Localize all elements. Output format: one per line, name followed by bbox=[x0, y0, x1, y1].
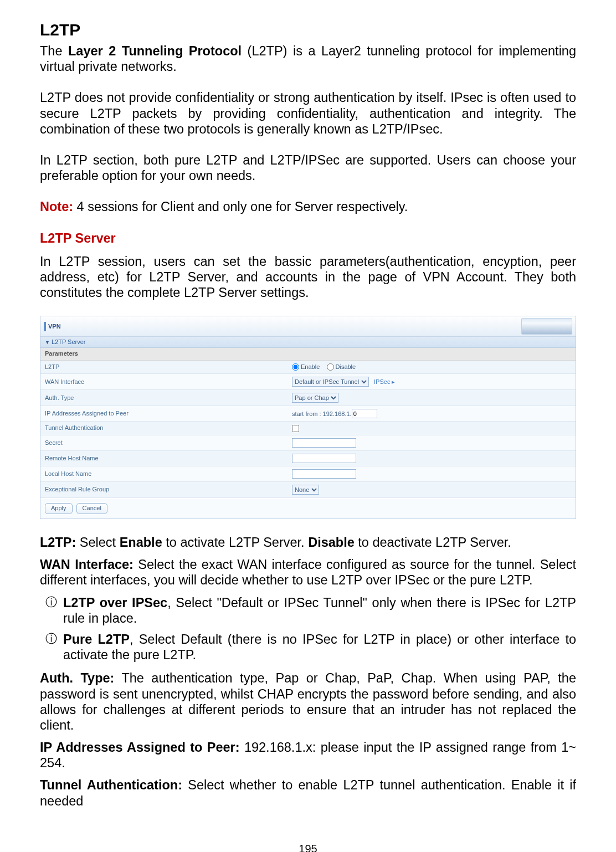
secret-field-label: Secret bbox=[40, 435, 288, 450]
tunnel-field-label: Tunnel Authentication bbox=[40, 422, 288, 435]
auth-type-select[interactable]: Pap or Chap bbox=[292, 393, 338, 403]
li2-label: Pure L2TP bbox=[63, 632, 130, 646]
local-host-input[interactable] bbox=[292, 469, 356, 479]
note-paragraph: Note: 4 sessions for Client and only one… bbox=[40, 199, 576, 214]
enable-text: Enable bbox=[301, 363, 320, 370]
intro-paragraph: The Layer 2 Tunneling Protocol (L2TP) is… bbox=[40, 43, 576, 74]
secret-field-value bbox=[288, 435, 576, 450]
startfrom-text: start from : 192.168.1. bbox=[292, 410, 352, 417]
l2tp-desc-t3: to deactivate L2TP Server. bbox=[355, 535, 511, 550]
wan-field-value: Default or IPSec Tunnel IPSec ▸ bbox=[288, 374, 576, 390]
chevron-down-icon: ▼ bbox=[45, 340, 50, 345]
page-title: L2TP bbox=[40, 20, 576, 40]
paragraph-2: L2TP does not provide confidentiality or… bbox=[40, 90, 576, 137]
disable-text: Disable bbox=[336, 363, 356, 370]
l2tp-disable-radio[interactable] bbox=[327, 363, 334, 371]
note-label: Note: bbox=[40, 199, 73, 214]
l2tp-field-label: L2TP bbox=[40, 361, 288, 374]
intro-pre: The bbox=[40, 44, 68, 58]
wan-interface-select[interactable]: Default or IPSec Tunnel bbox=[292, 377, 369, 387]
vpn-label: VPN bbox=[44, 322, 63, 331]
tunnel-desc-label: Tunnel Authentication: bbox=[40, 778, 182, 792]
apply-button[interactable]: Apply bbox=[45, 503, 73, 514]
local-field-value bbox=[288, 466, 576, 481]
device-thumbnail bbox=[521, 318, 572, 335]
auth-field-label: Auth. Type bbox=[40, 390, 288, 406]
cancel-button[interactable]: Cancel bbox=[76, 503, 107, 514]
l2tp-desc-t1: Select bbox=[76, 535, 119, 550]
li1-label: L2TP over IPSec bbox=[63, 596, 167, 610]
note-text: 4 sessions for Client and only one for S… bbox=[73, 199, 408, 214]
wan-options-list: L2TP over IPSec, Select "Default or IPSe… bbox=[40, 595, 576, 663]
secret-input[interactable] bbox=[292, 438, 356, 448]
li2-text: , Select Default (there is no IPSec for … bbox=[63, 632, 576, 662]
paragraph-3: In L2TP section, both pure L2TP and L2TP… bbox=[40, 152, 576, 183]
except-field-value: None bbox=[288, 481, 576, 497]
remote-field-value bbox=[288, 450, 576, 466]
exceptional-rule-select[interactable]: None bbox=[292, 485, 319, 495]
list-item: Pure L2TP, Select Default (there is no I… bbox=[40, 632, 576, 663]
local-field-label: Local Host Name bbox=[40, 466, 288, 481]
l2tp-desc-enable: Enable bbox=[120, 535, 162, 550]
ip-description: IP Addresses Assigned to Peer: 192.168.1… bbox=[40, 740, 576, 771]
ipassign-field-label: IP Addresses Assigned to Peer bbox=[40, 406, 288, 422]
ipassign-field-value: start from : 192.168.1. bbox=[288, 406, 576, 422]
l2tp-desc-label: L2TP: bbox=[40, 535, 76, 550]
tunnel-auth-checkbox[interactable] bbox=[292, 425, 299, 432]
list-item: L2TP over IPSec, Select "Default or IPSe… bbox=[40, 595, 576, 626]
wan-desc-label: WAN Interface: bbox=[40, 557, 134, 572]
l2tp-desc-t2: to activate L2TP Server. bbox=[162, 535, 308, 550]
wan-field-label: WAN Interface bbox=[40, 374, 288, 390]
section-tab-label: L2TP Server bbox=[52, 338, 86, 345]
l2tp-server-heading: L2TP Server bbox=[40, 230, 576, 246]
auth-description: Auth. Type: The authentication type, Pap… bbox=[40, 670, 576, 733]
tunnel-field-value bbox=[288, 422, 576, 435]
config-screenshot: VPN ▼L2TP Server Parameters L2TP Enable … bbox=[40, 316, 576, 519]
l2tp-field-value: Enable Disable bbox=[288, 361, 576, 374]
remote-field-label: Remote Host Name bbox=[40, 450, 288, 466]
remote-host-input[interactable] bbox=[292, 454, 356, 463]
ip-desc-label: IP Addresses Assigned to Peer: bbox=[40, 740, 240, 755]
ipsec-link[interactable]: IPSec ▸ bbox=[374, 378, 395, 385]
screenshot-header: VPN bbox=[40, 316, 576, 337]
section-tab[interactable]: ▼L2TP Server bbox=[40, 337, 576, 348]
startfrom-input[interactable] bbox=[352, 409, 377, 418]
intro-bold: Layer 2 Tunneling Protocol bbox=[68, 44, 242, 58]
auth-field-value: Pap or Chap bbox=[288, 390, 576, 406]
wan-description: WAN Interface: Select the exact WAN inte… bbox=[40, 557, 576, 588]
parameters-table: L2TP Enable Disable WAN Interface Defaul… bbox=[40, 361, 576, 498]
page-number: 195 bbox=[40, 842, 576, 852]
parameters-heading: Parameters bbox=[40, 348, 576, 360]
l2tp-enable-radio[interactable] bbox=[292, 363, 299, 371]
except-field-label: Exceptional Rule Group bbox=[40, 481, 288, 497]
l2tp-description: L2TP: Select Enable to activate L2TP Ser… bbox=[40, 535, 576, 550]
tunnel-description: Tunnel Authentication: Select whether to… bbox=[40, 777, 576, 808]
l2tp-desc-disable: Disable bbox=[308, 535, 355, 550]
paragraph-4: In L2TP session, users can set the bassi… bbox=[40, 254, 576, 301]
auth-desc-label: Auth. Type: bbox=[40, 671, 114, 685]
button-row: Apply Cancel bbox=[40, 498, 576, 519]
auth-desc-text: The authentication type, Pap or Chap, Pa… bbox=[40, 671, 576, 732]
